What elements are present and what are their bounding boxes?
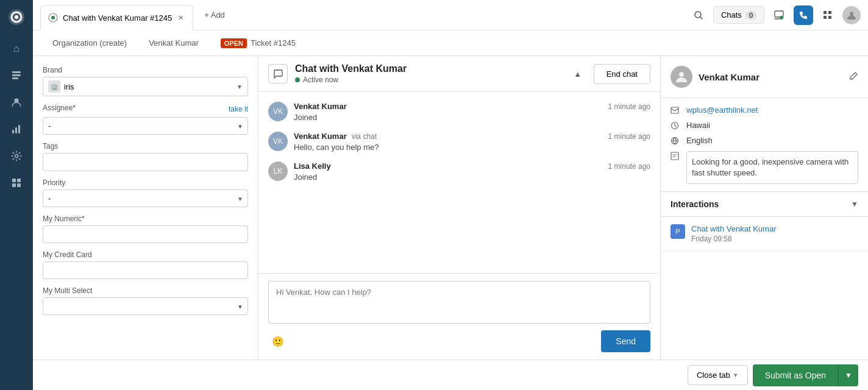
tags-label: Tags [43, 142, 248, 151]
active-indicator: Active now [295, 76, 562, 84]
interaction-title[interactable]: Chat with Venkat Kumar [691, 224, 858, 233]
close-tab-button[interactable]: Close tab ▼ [688, 365, 748, 385]
my-multi-select-label: My Multi Select [43, 286, 248, 295]
interactions-header[interactable]: Interactions ▼ [661, 192, 868, 217]
monitor-icon[interactable] [769, 5, 789, 25]
chat-panel: Chat with Venkat Kumar Active now ▲ End … [258, 56, 661, 360]
svg-rect-9 [18, 125, 20, 133]
assignee-label: Assignee* [43, 104, 76, 112]
reports-nav-icon[interactable] [5, 118, 27, 140]
main-tab[interactable]: Chat with Venkat Kumar #1245 ✕ [40, 5, 193, 30]
top-bar: Chat with Venkat Kumar #1245 ✕ + Add Cha… [33, 0, 868, 30]
customer-name: Venkat Kumar [699, 72, 760, 82]
svg-point-20 [780, 16, 783, 20]
message-sender: Lisa Kelly [294, 161, 331, 171]
search-button[interactable] [689, 5, 708, 25]
svg-rect-22 [828, 11, 831, 14]
customer-note[interactable]: Looking for a good, inexpensive camera w… [686, 151, 858, 184]
customer-tab[interactable]: Venkat Kumar [139, 34, 208, 52]
content-area: Brand 🏢 iris ▼ Assignee* take it - Tags … [33, 56, 868, 360]
org-tab[interactable]: Organization (create) [43, 34, 137, 52]
submit-dropdown-button[interactable]: ▼ [838, 364, 858, 386]
message-avatar: VK [268, 102, 288, 121]
svg-rect-11 [12, 179, 16, 182]
interactions-title: Interactions [671, 199, 719, 209]
svg-rect-4 [12, 74, 21, 76]
chats-button[interactable]: Chats 0 [713, 6, 764, 24]
globe-icon [671, 136, 680, 146]
assignee-select[interactable]: - [43, 117, 248, 135]
svg-rect-21 [824, 11, 827, 14]
interactions-section: Interactions ▼ P Chat with Venkat Kumar … [661, 192, 868, 251]
language-row: English [671, 136, 858, 146]
my-numeric-input[interactable] [43, 225, 248, 243]
apps-nav-icon[interactable] [5, 172, 27, 194]
collapse-chat-button[interactable]: ▲ [569, 65, 586, 82]
message-header: Lisa Kelly 1 minute ago [294, 161, 650, 171]
tab-close-button[interactable]: ✕ [176, 13, 185, 23]
svg-rect-3 [12, 71, 21, 73]
message-content: Venkat Kumar via chat 1 minute ago Hello… [294, 132, 650, 152]
emoji-button[interactable]: 🙂 [268, 332, 288, 351]
active-dot [295, 77, 300, 82]
phone-icon[interactable] [794, 5, 813, 25]
add-tab-button[interactable]: + Add [198, 8, 231, 22]
svg-rect-14 [17, 183, 21, 187]
svg-point-25 [850, 12, 853, 15]
note-row: Looking for a good, inexpensive camera w… [671, 151, 858, 184]
assignee-select-wrapper: - [43, 117, 248, 135]
assignee-row: Assignee* take it [43, 104, 248, 115]
svg-rect-30 [671, 152, 678, 160]
my-multi-select[interactable] [43, 297, 248, 315]
users-nav-icon[interactable] [5, 91, 27, 113]
email-icon [671, 106, 680, 116]
message-via: via chat [352, 132, 377, 141]
location-row: Hawaii [671, 121, 858, 131]
main-container: Chat with Venkat Kumar #1245 ✕ + Add Cha… [33, 0, 868, 390]
priority-select[interactable]: - [43, 190, 248, 207]
brand-label: Brand [43, 66, 248, 74]
chat-input[interactable] [268, 281, 650, 324]
bottom-bar: Close tab ▼ Submit as Open ▼ [33, 360, 868, 390]
top-bar-right: Chats 0 [689, 5, 861, 25]
sub-navigation: Organization (create) Venkat Kumar OPEN … [33, 30, 868, 56]
end-chat-button[interactable]: End chat [594, 64, 650, 84]
open-status-badge: OPEN [221, 38, 247, 48]
chats-badge: 0 [745, 11, 756, 20]
user-avatar-button[interactable] [842, 6, 861, 24]
grid-icon[interactable] [818, 5, 838, 25]
brand-select[interactable]: 🏢 iris ▼ [43, 77, 248, 96]
email-row: wplus@earthlink.net [671, 105, 858, 116]
my-numeric-label: My Numeric* [43, 214, 248, 223]
message-content: Lisa Kelly 1 minute ago Joined [294, 161, 650, 182]
active-label: Active now [303, 76, 338, 84]
my-credit-card-input[interactable] [43, 261, 248, 279]
take-it-link[interactable]: take it [229, 105, 248, 113]
message-time: 1 minute ago [608, 132, 650, 141]
svg-rect-8 [15, 127, 17, 133]
svg-rect-12 [17, 179, 21, 182]
home-nav-icon[interactable]: ⌂ [5, 38, 27, 60]
tickets-nav-icon[interactable] [5, 65, 27, 87]
customer-info: wplus@earthlink.net Hawaii English [661, 98, 868, 192]
customer-location: Hawaii [686, 121, 710, 130]
chat-header: Chat with Venkat Kumar Active now ▲ End … [258, 56, 660, 92]
send-button[interactable]: Send [601, 330, 650, 352]
ticket-tab[interactable]: OPEN Ticket #1245 [211, 34, 305, 53]
settings-nav-icon[interactable] [5, 145, 27, 167]
svg-point-26 [679, 72, 684, 77]
priority-select-wrapper: - [43, 190, 248, 207]
customer-email[interactable]: wplus@earthlink.net [686, 105, 758, 115]
my-credit-card-label: My Credit Card [43, 250, 248, 259]
message-row: VK Venkat Kumar 1 minute ago Joined [268, 102, 650, 122]
message-content: Venkat Kumar 1 minute ago Joined [294, 102, 650, 122]
chat-bubble-icon [268, 64, 288, 83]
message-row: LK Lisa Kelly 1 minute ago Joined [268, 161, 650, 182]
submit-button[interactable]: Submit as Open [753, 364, 838, 386]
tags-input[interactable] [43, 153, 248, 171]
app-logo[interactable] [5, 6, 27, 28]
chat-title-area: Chat with Venkat Kumar Active now [295, 63, 562, 84]
chat-input-area: 🙂 Send [258, 273, 660, 360]
svg-line-18 [700, 16, 702, 19]
edit-customer-icon[interactable] [848, 71, 858, 83]
